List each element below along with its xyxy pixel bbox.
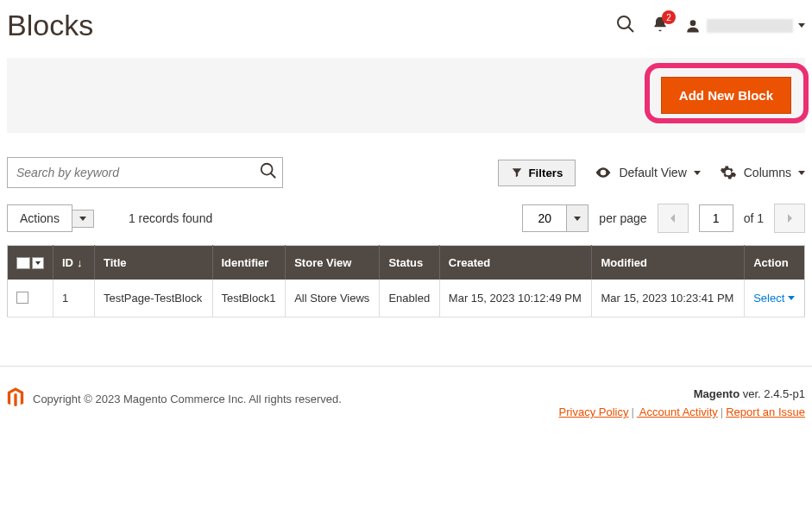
prev-page-button[interactable] <box>658 204 689 233</box>
search-input[interactable] <box>7 157 283 188</box>
next-page-button[interactable] <box>774 204 805 233</box>
select-all-checkbox[interactable] <box>16 257 44 269</box>
version-text: Magento ver. 2.4.5-p1 <box>559 387 805 400</box>
chevron-down-icon <box>694 171 701 175</box>
col-identifier[interactable]: Identifier <box>212 246 286 280</box>
default-view-dropdown[interactable]: Default View <box>595 164 700 181</box>
cell-identifier: TestBlock1 <box>212 280 286 317</box>
page-size-input[interactable] <box>522 204 567 232</box>
default-view-label: Default View <box>619 166 686 179</box>
cell-modified: Mar 15, 2023 10:23:41 PM <box>592 280 745 317</box>
actions-label: Actions <box>7 204 72 232</box>
search-icon[interactable] <box>615 14 636 37</box>
funnel-icon <box>511 167 523 179</box>
cell-store-view: All Store Views <box>286 280 380 317</box>
svg-line-4 <box>271 173 276 179</box>
row-select-action[interactable]: Select <box>753 292 796 305</box>
columns-dropdown[interactable]: Columns <box>720 164 805 181</box>
row-checkbox[interactable] <box>16 292 28 304</box>
gear-icon <box>720 164 737 181</box>
username-redacted <box>707 19 793 33</box>
current-page-input[interactable] <box>699 204 733 232</box>
action-bar: Add New Block <box>7 58 805 133</box>
user-menu[interactable] <box>684 17 805 35</box>
cell-id: 1 <box>54 280 95 317</box>
cell-title: TestPage-TestBlock <box>95 280 213 317</box>
svg-point-0 <box>618 16 630 28</box>
copyright-text: Copyright © 2023 Magento Commerce Inc. A… <box>33 393 342 405</box>
chevron-down-icon <box>788 296 795 300</box>
search-button[interactable] <box>259 161 278 183</box>
total-pages-label: of 1 <box>744 211 764 225</box>
actions-dropdown[interactable]: Actions <box>7 204 94 232</box>
chevron-left-icon <box>669 213 677 223</box>
filters-button[interactable]: Filters <box>498 160 576 186</box>
svg-line-1 <box>628 27 633 32</box>
svg-point-2 <box>690 20 696 26</box>
page-size-select[interactable] <box>522 204 589 232</box>
chevron-down-icon <box>798 171 805 175</box>
col-created[interactable]: Created <box>439 246 592 280</box>
cell-status: Enabled <box>380 280 439 317</box>
col-store-view[interactable]: Store View <box>286 246 380 280</box>
columns-label: Columns <box>744 166 791 179</box>
notification-badge: 2 <box>662 10 676 24</box>
add-new-block-button[interactable]: Add New Block <box>661 77 791 114</box>
page-title: Blocks <box>7 9 93 42</box>
col-status[interactable]: Status <box>380 246 439 280</box>
eye-icon <box>595 164 612 181</box>
records-found: 1 records found <box>129 211 212 225</box>
col-title[interactable]: Title <box>95 246 213 280</box>
filters-label: Filters <box>528 167 563 179</box>
privacy-policy-link[interactable]: Privacy Policy <box>559 405 629 418</box>
table-row[interactable]: 1 TestPage-TestBlock TestBlock1 All Stor… <box>8 280 805 317</box>
chevron-down-icon <box>574 217 581 221</box>
svg-point-3 <box>261 164 273 175</box>
magento-logo-icon <box>7 387 24 411</box>
account-activity-link[interactable]: Account Activity <box>637 405 718 418</box>
chevron-down-icon <box>798 23 805 28</box>
col-action: Action <box>745 246 805 280</box>
blocks-grid: ID↓ Title Identifier Store View Status C… <box>7 245 805 317</box>
chevron-down-icon <box>79 217 86 221</box>
report-issue-link[interactable]: Report an Issue <box>726 405 805 418</box>
per-page-label: per page <box>599 211 646 225</box>
chevron-right-icon <box>785 213 794 223</box>
notifications-icon[interactable]: 2 <box>651 16 669 35</box>
col-id[interactable]: ID↓ <box>54 246 95 280</box>
col-modified[interactable]: Modified <box>592 246 745 280</box>
sort-arrow-icon: ↓ <box>77 256 83 269</box>
cell-created: Mar 15, 2023 10:12:49 PM <box>439 280 592 317</box>
